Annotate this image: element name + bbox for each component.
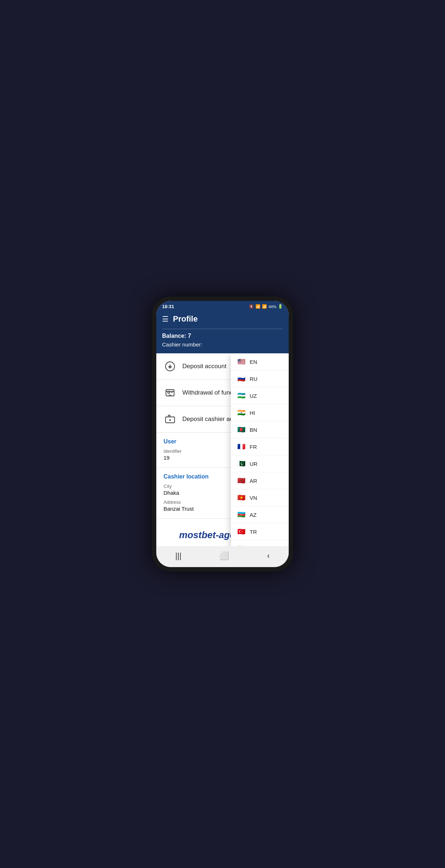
lang-code-tr: TR <box>250 529 257 535</box>
lang-code-bn: BN <box>250 427 257 433</box>
lang-code-lk: LK <box>250 546 256 546</box>
balance-value: 7 <box>188 333 191 339</box>
nav-menu-button[interactable]: ||| <box>168 550 188 562</box>
phone-screen: 18:31 🔇 📶 📶 44% 🔋 ☰ Profile Balance: 7 C… <box>156 301 289 567</box>
withdrawal-label: Withdrawal of funds <box>182 389 236 396</box>
nav-back-button[interactable]: ‹ <box>260 550 277 562</box>
hamburger-icon[interactable]: ☰ <box>162 315 169 323</box>
flag-vn: 🇻🇳 <box>237 493 246 502</box>
language-option-ur[interactable]: 🇵🇰UR <box>231 455 289 472</box>
language-option-uz[interactable]: 🇺🇿UZ <box>231 387 289 404</box>
header-top: ☰ Profile <box>162 314 283 324</box>
language-option-vn[interactable]: 🇻🇳VN <box>231 489 289 506</box>
status-icons: 🔇 📶 📶 44% 🔋 <box>249 304 283 309</box>
balance-row: Balance: 7 <box>162 333 283 339</box>
flag-uz: 🇺🇿 <box>237 391 246 400</box>
language-dropdown[interactable]: 🇺🇸EN🇷🇺RU🇺🇿UZ🇮🇳HI🇧🇩BN🇫🇷FR🇵🇰UR🇲🇦AR🇻🇳VN🇦🇿AZ… <box>231 353 289 546</box>
language-option-tr[interactable]: 🇹🇷TR <box>231 523 289 540</box>
language-option-lk[interactable]: 🇱🇰LK <box>231 540 289 546</box>
withdrawal-icon <box>164 386 177 399</box>
flag-ar: 🇲🇦 <box>237 476 246 485</box>
lang-code-ur: UR <box>250 461 258 467</box>
wifi-icon: 📶 <box>255 304 260 309</box>
flag-en: 🇺🇸 <box>237 357 246 366</box>
header-divider <box>162 329 283 329</box>
status-time: 18:31 <box>162 304 174 309</box>
lang-code-uz: UZ <box>250 393 257 399</box>
language-option-bn[interactable]: 🇧🇩BN <box>231 421 289 438</box>
flag-lk: 🇱🇰 <box>237 544 246 546</box>
signal-icon: 📶 <box>262 304 267 309</box>
nav-home-button[interactable]: ⬜ <box>212 550 236 562</box>
deposit-account-label: Deposit account <box>182 363 226 370</box>
language-option-en[interactable]: 🇺🇸EN <box>231 353 289 370</box>
flag-az: 🇦🇿 <box>237 510 246 519</box>
flag-hi: 🇮🇳 <box>237 408 246 417</box>
status-bar: 18:31 🔇 📶 📶 44% 🔋 <box>156 301 289 311</box>
lang-code-ar: AR <box>250 478 257 484</box>
main-content: Deposit account Withdrawal of funds <box>156 353 289 546</box>
flag-bn: 🇧🇩 <box>237 425 246 434</box>
deposit-cashier-icon <box>164 413 177 426</box>
flag-tr: 🇹🇷 <box>237 527 246 536</box>
mute-icon: 🔇 <box>249 304 254 309</box>
battery-text: 44% <box>268 305 276 309</box>
battery-icon: 🔋 <box>278 304 283 309</box>
lang-code-vn: VN <box>250 495 257 501</box>
language-option-ar[interactable]: 🇲🇦AR <box>231 472 289 489</box>
navigation-bar: ||| ⬜ ‹ <box>156 546 289 567</box>
lang-code-en: EN <box>250 359 257 365</box>
language-option-ru[interactable]: 🇷🇺RU <box>231 370 289 387</box>
lang-code-fr: FR <box>250 444 257 450</box>
deposit-account-icon <box>164 360 177 373</box>
flag-fr: 🇫🇷 <box>237 442 246 451</box>
lang-code-hi: HI <box>250 410 255 416</box>
cashier-row: Cashier number: <box>162 341 283 348</box>
lang-code-ru: RU <box>250 376 258 382</box>
phone-frame: 18:31 🔇 📶 📶 44% 🔋 ☰ Profile Balance: 7 C… <box>152 297 293 571</box>
cashier-label: Cashier number: <box>162 341 202 348</box>
lang-code-az: AZ <box>250 512 257 518</box>
language-option-hi[interactable]: 🇮🇳HI <box>231 404 289 421</box>
language-option-fr[interactable]: 🇫🇷FR <box>231 438 289 455</box>
language-option-az[interactable]: 🇦🇿AZ <box>231 506 289 523</box>
flag-ru: 🇷🇺 <box>237 374 246 383</box>
app-header: ☰ Profile Balance: 7 Cashier number: <box>156 311 289 353</box>
flag-ur: 🇵🇰 <box>237 459 246 468</box>
page-title: Profile <box>173 314 198 324</box>
balance-label: Balance: <box>162 333 186 339</box>
